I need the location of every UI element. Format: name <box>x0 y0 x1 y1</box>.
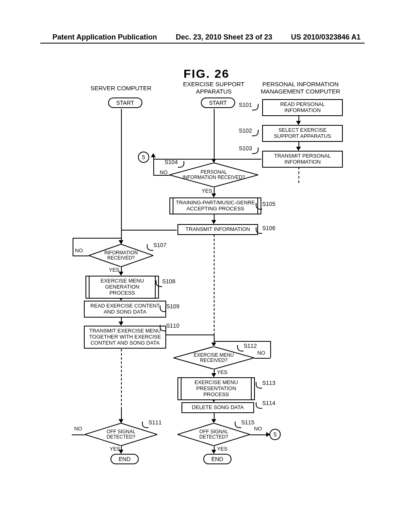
figure-title: FIG. 26 <box>0 67 413 81</box>
terminal-end-esa: END <box>203 454 232 464</box>
step-id-s111: S111 <box>148 419 162 426</box>
flow-line <box>270 341 271 358</box>
label-no: NO <box>75 247 83 254</box>
page: Patent Application Publication Dec. 23, … <box>0 0 413 532</box>
col-label-server: SERVER COMPUTER <box>89 85 153 92</box>
header-mid: Dec. 23, 2010 Sheet 23 of 23 <box>176 33 272 42</box>
flow-line <box>73 238 121 239</box>
flow-line <box>73 256 89 256</box>
process-s103: TRANSMIT PERSONAL INFORMATION <box>262 151 343 168</box>
arrowhead-icon <box>211 159 216 163</box>
arrowhead-icon <box>211 343 216 347</box>
arrowhead-icon <box>211 419 216 423</box>
step-id-s105: S105 <box>262 201 275 207</box>
subprocess-s113: EXERCISE MENU PRESENTATION PROCESS <box>177 377 255 400</box>
arrowhead-icon <box>211 450 216 454</box>
label-yes: YES <box>110 446 120 452</box>
step-id-s101: S101 <box>239 102 252 108</box>
flow-line <box>153 159 214 160</box>
subprocess-s105: TRAINING-PART/MUSIC-GENRE ACCEPTING PROC… <box>169 197 261 214</box>
subprocess-s108: EXERCISE MENU GENERATION PROCESS <box>86 276 159 299</box>
arrowhead-icon <box>119 322 123 326</box>
label-no: NO <box>257 350 265 356</box>
flow-line <box>214 109 215 163</box>
process-s109: READ EXERCISE CONTENT AND SONG DATA <box>84 301 166 318</box>
col-label-pim: PERSONAL INFORMATION MANAGEMENT COMPUTER <box>258 81 343 95</box>
step-id-s112: S112 <box>244 343 257 349</box>
col-label-esa: EXERCISE SUPPORT APPARATUS <box>177 81 250 95</box>
step-id-s103: S103 <box>239 145 252 152</box>
step-id-s108: S108 <box>162 278 175 285</box>
process-s106: TRANSMIT INFORMATION <box>177 224 258 235</box>
terminal-start-server: START <box>108 98 142 108</box>
step-id-s107: S107 <box>153 242 167 248</box>
decision-s107: INFORMATION RECEIVED? <box>89 244 153 267</box>
decision-text-s107: INFORMATION RECEIVED? <box>89 244 153 267</box>
header-left: Patent Application Publication <box>52 33 157 42</box>
label-no: NO <box>160 169 168 175</box>
label-no: NO <box>254 426 262 432</box>
header-rule <box>40 43 365 44</box>
header-right: US 2010/0323846 A1 <box>291 33 361 42</box>
label-yes: YES <box>217 446 227 452</box>
flow-line-dashed <box>214 235 215 343</box>
page-header: Patent Application Publication Dec. 23, … <box>0 33 413 42</box>
terminal-end-server: END <box>111 454 139 464</box>
arrowhead-icon <box>211 220 216 224</box>
flow-line <box>121 230 177 231</box>
arrowhead-icon <box>211 373 216 377</box>
arrowhead-icon <box>296 147 301 151</box>
label-yes: YES <box>109 267 119 273</box>
flow-line <box>153 159 154 175</box>
arrowhead-icon <box>151 153 156 157</box>
step-id-s114: S114 <box>262 400 275 406</box>
process-s114: DELETE SONG DATA <box>181 402 254 413</box>
flow-line <box>250 434 268 435</box>
process-s110: TRANSMIT EXERCISE MENU TOGETHER WITH EXE… <box>84 326 166 349</box>
arrowhead-icon <box>119 240 123 244</box>
arrowhead-icon <box>296 121 301 125</box>
arrowhead-icon <box>211 193 216 197</box>
terminal-start-esa: START <box>201 98 235 108</box>
flow-line <box>72 434 85 435</box>
flow-line <box>214 159 261 160</box>
flow-line-dashed <box>298 167 299 183</box>
process-s102: SELECT EXERCISE SUPPORT APPARATUS <box>262 125 343 142</box>
flow-line <box>254 358 270 359</box>
step-id-s113: S113 <box>262 380 275 386</box>
flow-line <box>121 109 122 244</box>
flow-line <box>165 335 215 335</box>
arrowhead-icon <box>119 419 123 423</box>
connector-ref-5b: 5 <box>269 429 281 440</box>
step-id-s109: S109 <box>166 303 179 310</box>
step-id-s102: S102 <box>239 127 252 134</box>
label-no: NO <box>74 426 82 432</box>
label-yes: YES <box>217 369 227 375</box>
step-id-s104: S104 <box>165 159 178 165</box>
flow-line-dashed <box>121 349 122 409</box>
connector-ref-5a: 5 <box>138 152 149 163</box>
step-id-s115: S115 <box>241 419 254 426</box>
label-yes: YES <box>202 188 212 194</box>
flow-line <box>214 341 270 342</box>
process-s101: READ PERSONAL INFORMATION <box>262 99 343 116</box>
step-id-s110: S110 <box>166 322 179 329</box>
flow-line <box>73 238 73 256</box>
step-id-s106: S106 <box>262 225 275 231</box>
